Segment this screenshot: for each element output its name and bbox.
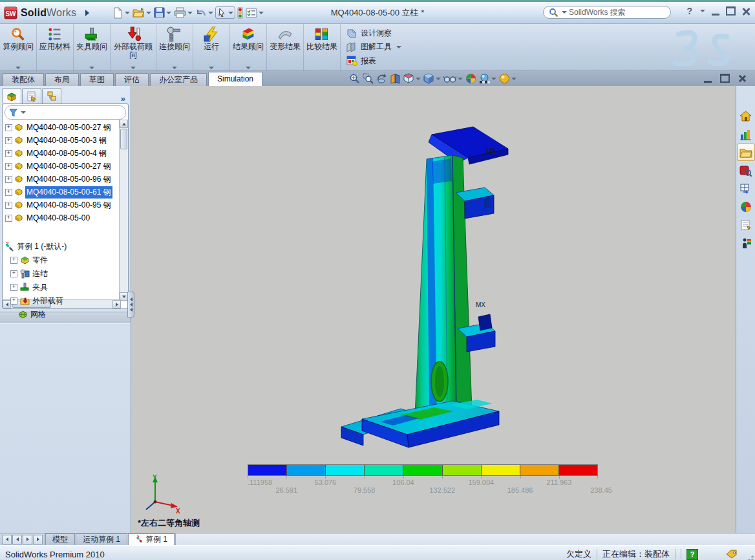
study-root[interactable]: 算例 1 (-默认-) — [4, 240, 128, 253]
legend-values: .111958 26.591 53.076 79.558 106.04 132.… — [248, 476, 598, 495]
tree-item[interactable]: +MQ4040-08-05-00-3 钢 — [3, 134, 128, 147]
tree-item[interactable]: +MQ4040-08-05-00-27 钢 — [3, 121, 128, 134]
save-button[interactable] — [153, 6, 172, 19]
print-button[interactable] — [173, 6, 193, 19]
tab-motion-study[interactable]: 运动算例 1 — [76, 533, 127, 545]
tab-sketch[interactable]: 草图 — [80, 73, 114, 86]
compare-results-button[interactable]: 比较结果 — [304, 24, 341, 70]
open-button[interactable] — [132, 6, 152, 19]
tree-item[interactable]: +MQ4040-08-05-00-96 钢 — [3, 173, 128, 186]
connections-advisor-button[interactable]: 连接顾问 — [156, 24, 193, 70]
tab-assembly[interactable]: 装配体 — [3, 73, 44, 86]
tab-study-1[interactable]: 算例 1 — [128, 533, 175, 545]
document-restore-button[interactable] — [720, 74, 730, 83]
undo-button[interactable] — [195, 6, 214, 19]
tab-model[interactable]: 模型 — [45, 533, 75, 545]
custom-properties-button[interactable] — [737, 216, 755, 233]
apply-scene-button[interactable] — [479, 73, 496, 84]
help-button[interactable]: ? — [686, 6, 692, 16]
menu-expand-icon[interactable] — [85, 10, 89, 16]
fixtures-advisor-button[interactable]: 夹具顾问 — [74, 24, 111, 70]
study-item-parts[interactable]: + 零件 — [4, 253, 128, 267]
view-palette-button[interactable] — [737, 180, 755, 197]
report-button[interactable]: 报表 — [346, 54, 401, 67]
panel-expand-button[interactable]: » — [121, 94, 125, 103]
tab-layout[interactable]: 布局 — [45, 73, 79, 86]
select-tool-button[interactable] — [215, 6, 235, 19]
dassault-watermark — [661, 28, 738, 68]
scroll-thumb[interactable] — [120, 129, 127, 149]
deformed-result-button[interactable]: 变形结果 — [267, 24, 304, 70]
configuration-manager-tab[interactable] — [42, 88, 61, 103]
maximize-button[interactable] — [726, 6, 736, 16]
part-icon — [14, 200, 23, 210]
solidworks-resources-button[interactable] — [737, 107, 755, 125]
document-close-button[interactable] — [738, 74, 746, 82]
resize-grip[interactable] — [746, 554, 754, 560]
edit-appearance-button[interactable] — [465, 73, 476, 84]
rotate-view-button[interactable] — [376, 73, 387, 84]
traffic-light-button[interactable] — [237, 6, 244, 20]
display-style-button[interactable] — [423, 73, 441, 84]
hide-show-items-button[interactable] — [443, 74, 463, 83]
search-box[interactable]: SolidWorks 搜索 — [543, 6, 671, 19]
external-loads-advisor-button[interactable]: 外部载荷顾问 — [111, 24, 156, 70]
study-item-external-loads[interactable]: + 外部载荷 — [4, 294, 128, 308]
new-document-button[interactable] — [111, 6, 131, 20]
simulation-study-tree: 算例 1 (-默认-) + 零件 + 连结 + 夹具 — [4, 240, 128, 321]
design-library-button[interactable] — [737, 125, 755, 143]
property-manager-tab[interactable] — [22, 88, 41, 103]
main-area: » +MQ4040-08-05-00-27 钢 +MQ4040-08-05-00… — [0, 86, 755, 533]
study-advisor-button[interactable]: 算例顾问 — [0, 24, 37, 70]
study-item-connections[interactable]: + 连结 — [4, 267, 128, 281]
plot-tools-button[interactable]: 图解工具 — [346, 41, 401, 54]
graphics-viewport[interactable]: MN MX .111958 26.591 53.076 79.558 — [131, 86, 736, 533]
tags-icon[interactable] — [725, 550, 738, 559]
appearances-scenes-button[interactable] — [737, 198, 755, 215]
scroll-up-button[interactable] — [120, 120, 128, 128]
run-button[interactable]: 运行 — [193, 24, 230, 70]
tab-office-products[interactable]: 办公室产品 — [150, 73, 207, 86]
results-advisor-button[interactable]: 结果顾问 — [230, 24, 267, 70]
next-tab-button[interactable] — [23, 535, 32, 544]
study-item-fixtures[interactable]: + 夹具 — [4, 281, 128, 294]
solidworks-search-button[interactable] — [737, 162, 755, 179]
drive-works-button[interactable] — [737, 234, 755, 252]
tree-item[interactable]: +MQ4040-08-05-00-27 钢 — [3, 160, 128, 173]
tree-item[interactable]: +MQ4040-08-05-00-95 钢 — [3, 199, 128, 211]
zoom-to-area-button[interactable] — [363, 73, 374, 84]
previous-tab-button[interactable] — [12, 535, 22, 544]
search-scope-caret[interactable] — [562, 11, 567, 14]
tree-filter[interactable] — [5, 105, 126, 120]
help-caret[interactable] — [700, 10, 705, 12]
quick-tips-icon[interactable]: ? — [686, 549, 698, 560]
last-tab-button[interactable] — [33, 535, 43, 544]
fea-model[interactable]: MN MX — [323, 123, 517, 459]
tab-evaluate[interactable]: 评估 — [115, 73, 149, 86]
minimize-button[interactable] — [712, 6, 719, 16]
study-item-mesh[interactable]: 网格 — [4, 308, 128, 321]
view-settings-icon — [499, 73, 510, 84]
tree-item-selected[interactable]: +MQ4040-08-05-00-61 钢 — [3, 186, 128, 199]
solidworks-logo-icon: SW — [4, 6, 18, 20]
design-insight-button[interactable]: 设计洞察 — [346, 27, 401, 40]
view-orientation-button[interactable] — [403, 73, 421, 84]
tree-item[interactable]: +MQ4040-08-05-00-4 钢 — [3, 147, 128, 160]
fixtures-advisor-icon — [84, 27, 100, 42]
close-button[interactable] — [742, 7, 750, 15]
feature-manager-tab[interactable] — [2, 88, 21, 103]
file-explorer-button[interactable] — [737, 144, 755, 161]
filter-caret[interactable] — [21, 111, 26, 114]
zoom-to-fit-button[interactable] — [349, 73, 360, 84]
external-loads-icon — [125, 27, 141, 42]
panel-collapse-handle[interactable] — [127, 292, 134, 318]
feature-manager-icon — [6, 91, 17, 102]
view-settings-button[interactable] — [499, 73, 516, 84]
tree-item[interactable]: +MQ4040-08-05-00 — [3, 211, 128, 224]
options-button[interactable] — [245, 6, 264, 19]
section-view-button[interactable] — [390, 73, 401, 84]
first-tab-button[interactable] — [2, 535, 12, 544]
apply-material-button[interactable]: 应用材料 — [37, 24, 74, 70]
tab-simulation[interactable]: Simulation — [208, 72, 262, 86]
document-minimize-button[interactable] — [704, 74, 712, 83]
